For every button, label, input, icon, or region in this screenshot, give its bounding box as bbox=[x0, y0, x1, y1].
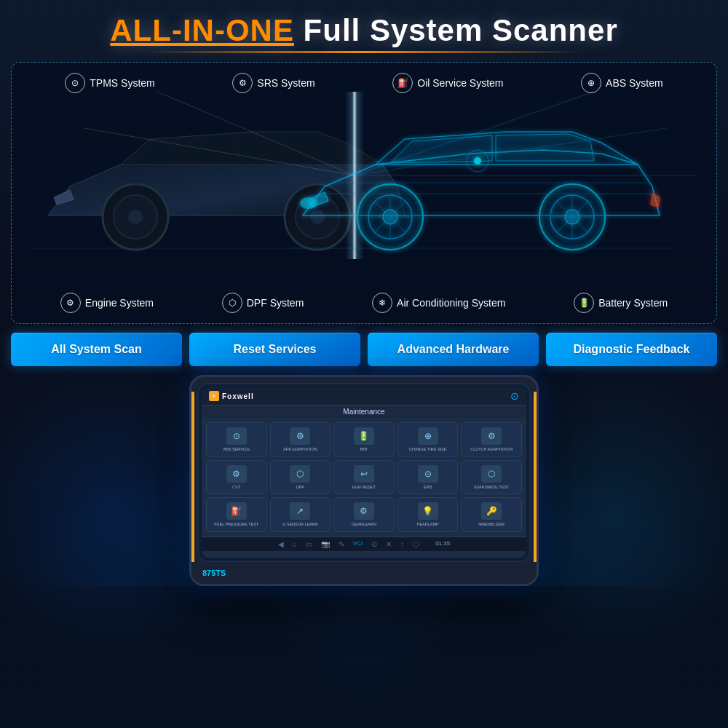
tire-size-label: CHANGE TIRE SIZE bbox=[409, 447, 446, 452]
nav-tpms-icon[interactable]: ⊙ bbox=[371, 540, 377, 548]
evap-icon: ⬡ bbox=[481, 465, 502, 483]
battery-icon: 🔋 bbox=[574, 293, 594, 313]
system-engine: ⚙ Engine System bbox=[60, 293, 154, 313]
svg-point-2 bbox=[128, 210, 143, 224]
clutch-icon: ⚙ bbox=[481, 427, 502, 445]
app-egr[interactable]: ↩ EGR RESET bbox=[333, 460, 395, 495]
immobilizer-label: IMMOBILIZER bbox=[478, 522, 505, 527]
tablet-inner: F Foxwell ⊙ Maintenance ⊙ ABS SERVICE bbox=[197, 383, 531, 562]
tablet-accent-left bbox=[191, 392, 194, 569]
headlamp-label: HEADLAMP bbox=[416, 522, 438, 527]
g-sensor-label: G SENSOR LEARN bbox=[282, 522, 318, 527]
app-afr[interactable]: ⚙ AFR ADAPTATION bbox=[270, 422, 331, 457]
dpf-app-label: DPF bbox=[296, 485, 304, 490]
brand-name: Foxwell bbox=[222, 392, 254, 400]
nav-settings-icon[interactable]: ⬡ bbox=[413, 540, 419, 548]
fuel-label: FUEL PRESSURE TEST bbox=[214, 522, 258, 527]
abs-service-label: ABS SERVICE bbox=[223, 447, 250, 452]
oil-label: Oil Service System bbox=[417, 77, 503, 89]
app-clutch[interactable]: ⚙ CLUTCH ADAPTATION bbox=[461, 422, 522, 457]
svg-point-27 bbox=[474, 157, 481, 165]
gearlearn-label: GEARLEARN bbox=[352, 522, 376, 527]
tablet-nav-bar: ◀ ⌂ ▭ 📷 ✎ VCI ⊙ ✕ ↑ ⬡ 01:35 bbox=[202, 537, 526, 551]
app-cvt[interactable]: ⚙ CVT bbox=[206, 460, 267, 495]
system-dpf: ⬡ DPF System bbox=[222, 293, 304, 313]
app-tire-size[interactable]: ⊕ CHANGE TIRE SIZE bbox=[397, 422, 459, 457]
evap-label: EVAP/SMOG TEST bbox=[474, 485, 509, 490]
all-system-scan-button[interactable]: All System Scan bbox=[11, 333, 182, 366]
nav-edit-icon[interactable]: ✎ bbox=[339, 540, 344, 548]
nav-home-icon[interactable]: ⌂ bbox=[293, 540, 297, 548]
nav-back-icon[interactable]: ◀ bbox=[278, 540, 284, 548]
system-air: ❄ Air Conditioning System bbox=[372, 293, 505, 313]
app-brt[interactable]: 🔋 BRT bbox=[333, 422, 395, 457]
immobilizer-icon: 🔑 bbox=[481, 502, 502, 520]
app-abs-service[interactable]: ⊙ ABS SERVICE bbox=[206, 422, 267, 457]
app-epb[interactable]: ⊙ EPB bbox=[397, 460, 459, 495]
g-sensor-icon: ↗ bbox=[290, 502, 310, 520]
clutch-label: CLUTCH ADAPTATION bbox=[470, 447, 513, 452]
diagnostic-feedback-button[interactable]: Diagnostic Feedback bbox=[546, 333, 717, 366]
app-g-sensor[interactable]: ↗ G SENSOR LEARN bbox=[270, 497, 331, 532]
tpms-label: TPMS System bbox=[90, 77, 154, 89]
air-label: Air Conditioning System bbox=[397, 297, 505, 309]
nav-camera-icon[interactable]: 📷 bbox=[321, 540, 330, 548]
system-abs: ⊕ ABS System bbox=[581, 73, 663, 93]
egr-label: EGR RESET bbox=[352, 485, 376, 490]
tire-size-icon: ⊕ bbox=[418, 427, 438, 445]
tablet-model-name: 875TS bbox=[202, 569, 226, 577]
fuel-icon: ⛽ bbox=[226, 502, 247, 520]
oil-icon: ⛽ bbox=[392, 73, 413, 93]
app-immobilizer[interactable]: 🔑 IMMOBILIZER bbox=[461, 497, 522, 532]
cvt-label: CVT bbox=[232, 485, 240, 490]
nav-vci-label: VCI bbox=[353, 540, 363, 548]
system-oil: ⛽ Oil Service System bbox=[392, 73, 503, 93]
car-svg bbox=[12, 92, 696, 259]
battery-label: Battery System bbox=[598, 297, 668, 309]
svg-point-25 bbox=[300, 197, 317, 209]
epb-label: EPB bbox=[424, 485, 432, 490]
nav-overview-icon[interactable]: ▭ bbox=[306, 540, 312, 548]
scanner-panel: ⊙ TPMS System ⚙ SRS System ⛽ Oil Service… bbox=[11, 62, 717, 324]
nav-time: 01:35 bbox=[435, 540, 450, 548]
nav-up-icon[interactable]: ↑ bbox=[400, 540, 404, 548]
app-gearlearn[interactable]: ⚙ GEARLEARN bbox=[333, 497, 395, 532]
brt-icon: 🔋 bbox=[354, 427, 374, 445]
abs-label: ABS System bbox=[606, 77, 663, 89]
abs-icon: ⊕ bbox=[581, 73, 601, 93]
foxwell-tablet: F Foxwell ⊙ Maintenance ⊙ ABS SERVICE bbox=[189, 375, 539, 586]
afr-icon: ⚙ bbox=[290, 427, 310, 445]
epb-icon: ⊙ bbox=[418, 465, 438, 483]
app-headlamp[interactable]: 💡 HEADLAMP bbox=[397, 497, 459, 532]
brt-label: BRT bbox=[360, 447, 368, 452]
air-icon: ❄ bbox=[372, 293, 392, 313]
tablet-accent-right bbox=[534, 392, 537, 569]
advanced-hardware-button[interactable]: Advanced Hardware bbox=[368, 333, 539, 366]
system-tpms: ⊙ TPMS System bbox=[65, 73, 154, 93]
screen-title: Maintenance bbox=[202, 405, 526, 418]
page-title: ALL-IN-ONE Full System Scanner bbox=[15, 13, 713, 48]
dpf-icon: ⬡ bbox=[222, 293, 242, 313]
srs-icon: ⚙ bbox=[232, 73, 253, 93]
reset-services-button[interactable]: Reset Services bbox=[189, 333, 360, 366]
brand-icon: F bbox=[209, 391, 219, 401]
nav-close-icon[interactable]: ✕ bbox=[386, 540, 392, 548]
gearlearn-icon: ⚙ bbox=[354, 502, 374, 520]
cvt-icon: ⚙ bbox=[226, 465, 247, 483]
app-dpf[interactable]: ⬡ DPF bbox=[270, 460, 331, 495]
system-srs: ⚙ SRS System bbox=[232, 73, 314, 93]
tpms-icon: ⊙ bbox=[65, 73, 85, 93]
tpms-status-icon: ⊙ bbox=[510, 390, 519, 402]
app-grid: ⊙ ABS SERVICE ⚙ AFR ADAPTATION 🔋 BRT bbox=[202, 418, 526, 537]
dpf-app-icon: ⬡ bbox=[290, 465, 310, 483]
systems-bottom-row: ⚙ Engine System ⬡ DPF System ❄ Air Condi… bbox=[12, 293, 716, 323]
title-underline bbox=[146, 51, 582, 53]
feature-buttons-row: All System Scan Reset Services Advanced … bbox=[11, 333, 717, 366]
afr-label: AFR ADAPTATION bbox=[283, 447, 317, 452]
headlamp-icon: 💡 bbox=[418, 502, 438, 520]
app-fuel[interactable]: ⛽ FUEL PRESSURE TEST bbox=[206, 497, 267, 532]
tablet-brand: F Foxwell bbox=[209, 391, 254, 401]
app-evap[interactable]: ⬡ EVAP/SMOG TEST bbox=[461, 460, 522, 495]
system-battery: 🔋 Battery System bbox=[574, 293, 668, 313]
title-highlight: ALL-IN-ONE bbox=[110, 13, 294, 47]
